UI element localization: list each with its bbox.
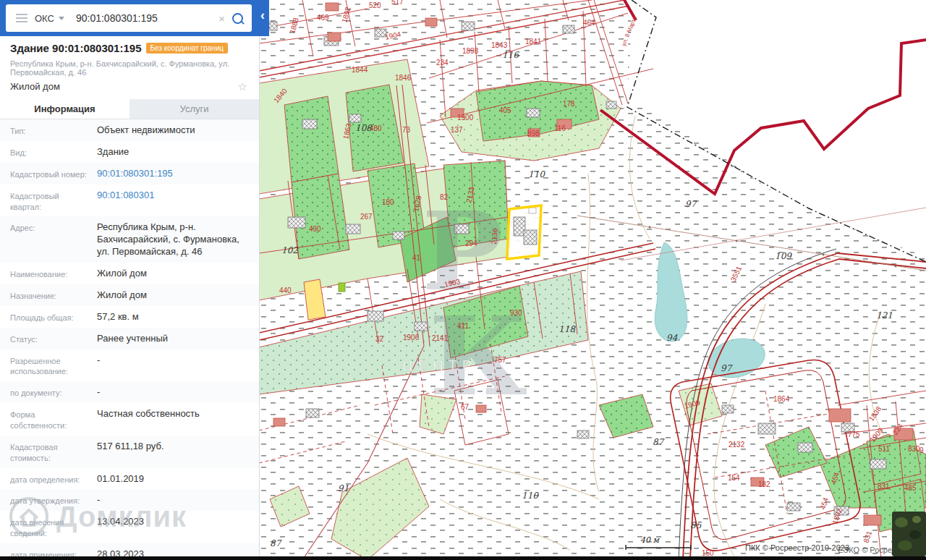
map-label-930: 930	[510, 309, 522, 317]
search-category-select[interactable]: ОКС	[35, 13, 54, 24]
info-row-value: Здание	[97, 146, 129, 158]
tab-services[interactable]: Услуги	[129, 99, 259, 119]
result-kind: Жилой дом	[10, 81, 249, 92]
map-label-110: 110	[528, 169, 545, 179]
search-icon[interactable]	[232, 13, 243, 24]
map-label-1898: 1898	[462, 47, 479, 55]
map-label-2132: 2132	[729, 441, 745, 449]
info-row-value-link[interactable]: 90:01:080301:195	[97, 168, 173, 180]
basemap-layer-thumbnail[interactable]	[892, 512, 926, 556]
map-label-97: 97	[685, 199, 697, 209]
info-row-label: дата определения:	[10, 473, 91, 485]
info-row: Площадь общая:57,2 кв. м	[0, 306, 259, 328]
info-row-label: Кадастровый номер:	[10, 168, 91, 180]
info-row: дата внесения сведений:13.04.2023	[0, 511, 259, 543]
info-row: Наименование:Жилой дом	[0, 263, 259, 284]
search-input[interactable]	[75, 12, 211, 25]
map-label-511: 511	[878, 445, 890, 453]
selected-parcel[interactable]	[507, 205, 541, 259]
menu-icon[interactable]	[16, 14, 27, 22]
result-title: Здание 90:01:080301:195	[10, 42, 142, 54]
map-label-267: 267	[360, 213, 373, 221]
info-row: Адрес:Республика Крым, р-н. Бахчисарайск…	[0, 216, 259, 263]
info-row: дата утверждения:-	[0, 489, 259, 511]
chevron-down-icon[interactable]	[59, 17, 64, 20]
map-label-485: 485	[904, 484, 917, 492]
map-label-234: 234	[436, 59, 449, 67]
map-label-85: 85	[690, 520, 702, 530]
map-label-180: 180	[382, 198, 394, 206]
info-row: по документу:-	[0, 381, 259, 403]
search-header: ОКС × ‹	[0, 0, 269, 36]
info-row-value: Частная собственность	[97, 408, 200, 431]
map-label-182: 182	[758, 480, 770, 488]
map-label-520: 520	[369, 1, 381, 9]
map-label-41: 41	[412, 254, 421, 262]
info-row-value: -	[97, 494, 100, 506]
map-label-1900: 1900	[457, 114, 474, 122]
map-label-1841: 1841	[525, 38, 542, 46]
map-label-1843: 1843	[491, 41, 508, 49]
map-label-411: 411	[457, 322, 469, 330]
info-row-label: Кадастровая стоимость:	[10, 441, 91, 464]
info-row-label: Статус:	[10, 333, 91, 345]
map-label-469: 469	[317, 14, 329, 22]
info-row: Статус:Ранее учтенный	[0, 328, 259, 349]
tab-information[interactable]: Информация	[0, 99, 129, 119]
info-row-label: Наименование:	[10, 268, 91, 280]
info-row-value: 517 611,18 руб.	[97, 441, 164, 464]
info-row: Разрешенное использование:-	[0, 349, 259, 382]
map-label-294: 294	[465, 239, 477, 247]
map-label-1846: 1846	[395, 74, 412, 82]
map-label-480: 480	[370, 124, 382, 132]
info-row-label: Форма собственности:	[10, 408, 91, 431]
info-row-value-link[interactable]: 90:01:080301	[97, 190, 155, 213]
info-row: Кадастровая стоимость:517 611,18 руб.	[0, 436, 259, 468]
map-label-97: 97	[721, 363, 733, 373]
map-label-116: 116	[554, 124, 566, 132]
info-row: Форма собственности:Частная собственност…	[0, 403, 259, 436]
bottom-edge-bar	[0, 556, 926, 560]
info-row-value: Жилой дом	[97, 289, 147, 302]
map-label-121: 121	[876, 310, 893, 321]
clear-search-icon[interactable]: ×	[218, 12, 225, 25]
info-row-value: 13.04.2023	[97, 516, 144, 539]
map-label-9: 9	[919, 446, 924, 454]
info-row: Кадастровый квартал:90:01:080301	[0, 184, 259, 217]
info-row-value: 57,2 кв. м	[97, 311, 139, 323]
info-row-label: Кадастровый квартал:	[10, 190, 91, 213]
svg-text:40 м: 40 м	[640, 535, 660, 545]
cadastral-map[interactable]: Р К ЦЕНТР ПКК © Росреестр 2010-2023 ЕЭКО…	[259, 0, 926, 560]
result-card: Здание 90:01:080301:195Без координат гра…	[0, 36, 259, 95]
info-row-value: -	[97, 386, 100, 399]
map-label-154: 154	[728, 474, 740, 482]
info-row: Тип:Объект недвижимости	[0, 119, 259, 141]
map-watermark-text: ЦЕНТР	[402, 357, 477, 373]
favorite-star-icon[interactable]: ☆	[238, 80, 247, 93]
map-label-102: 102	[281, 245, 299, 255]
map-label-405: 405	[499, 106, 511, 114]
info-rows: Тип:Объект недвижимостиВид:ЗданиеКадастр…	[0, 119, 259, 560]
map-label-1844: 1844	[352, 66, 368, 74]
info-row-label: Назначение:	[10, 289, 91, 302]
map-label-137: 137	[451, 126, 463, 134]
map-label-517: 517	[391, 0, 404, 6]
map-label-87: 87	[653, 437, 665, 447]
map-label-67: 67	[461, 403, 470, 411]
info-row-label: Вид:	[10, 146, 91, 158]
map-label-82: 82	[440, 193, 449, 201]
no-borders-badge: Без координат границ	[146, 43, 228, 54]
sidebar-collapse-button[interactable]: ‹	[258, 9, 268, 22]
map-label-73: 73	[402, 126, 411, 134]
info-row-value: 01.01.2019	[97, 473, 144, 485]
info-row-label: дата внесения сведений:	[10, 516, 91, 539]
map-label-87: 87	[270, 538, 282, 548]
info-row-value: Жилой дом	[97, 268, 147, 280]
info-row-label: Тип:	[10, 124, 91, 137]
map-label-757: 757	[494, 356, 506, 364]
info-row-label: Площадь общая:	[10, 311, 91, 323]
map-label-830: 830	[908, 445, 920, 453]
map-label-775: 775	[848, 430, 860, 438]
map-label-118: 118	[558, 324, 576, 334]
pkk-app: Р К ЦЕНТР ПКК © Росреестр 2010-2023 ЕЭКО…	[0, 0, 926, 560]
